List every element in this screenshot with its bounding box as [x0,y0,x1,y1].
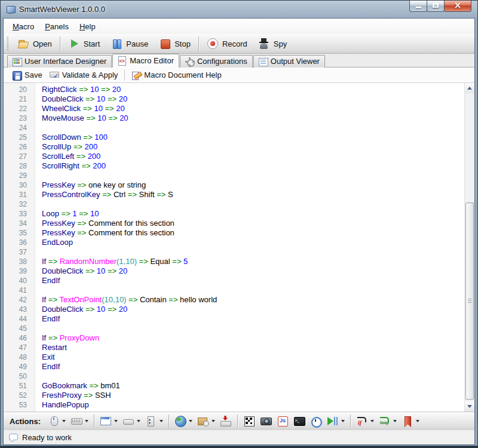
code-line[interactable]: 20RightClick => 10 => 20 [4,85,464,94]
code-line[interactable]: 37 [4,247,464,257]
code-line[interactable]: 39DoubleClick => 10 => 20 [4,266,464,276]
start-play-icon [68,38,80,50]
actions-toolbar: Actions: [4,412,474,430]
toolbar-button-open[interactable]: Open [12,35,57,52]
code-line[interactable]: 43DoubleClick => 10 => 20 [4,305,464,314]
menu-item-macro[interactable]: Macro [7,20,39,33]
tab-configurations[interactable]: Configurations [180,55,253,67]
action-export-device[interactable] [218,414,234,428]
line-number: 28 [4,161,35,171]
token-txt: Equal [150,257,170,266]
code-line[interactable]: 36EndLoop [4,238,464,247]
code-line[interactable]: 48Exit [4,352,464,362]
token-txt: bm01 [100,381,120,390]
toolbar-separator [124,70,125,81]
code-line[interactable]: 45 [4,324,464,333]
code-line[interactable]: 47Restart [4,343,464,352]
title-bar[interactable]: SmartWebViewer 1.0.0.0 [1,1,477,18]
code-line[interactable]: 28ScrollRight => 200 [4,161,464,171]
code-lines[interactable]: 20RightClick => 10 => 2021DoubleClick =>… [4,85,464,410]
action-bookmark[interactable] [400,414,421,428]
code-line[interactable]: 27ScrollLeft => 200 [4,152,464,161]
menu-item-panels[interactable]: Panels [39,20,74,33]
code-line[interactable]: 38If => RandomNumber(1,10) => Equal => 5 [4,257,464,266]
action-camera[interactable] [258,414,274,428]
action-play-pause[interactable] [325,414,347,428]
action-window[interactable] [98,414,120,428]
javascript-icon [277,415,289,427]
action-spinner[interactable] [143,414,165,428]
editor-toolbar-button-macro-document-help[interactable]: Macro Document Help [128,69,225,82]
action-alarm-clock[interactable] [308,414,324,428]
action-globe[interactable] [173,414,194,428]
code-line[interactable]: 49EndIf [4,362,464,372]
code-line[interactable]: 44EndIf [4,314,464,324]
token-num: 100 [94,133,108,142]
bookmark-icon [402,415,413,427]
maximize-button[interactable] [427,1,445,12]
code-line[interactable]: 46If => ProxyDown [4,333,464,343]
open-folder-icon [17,38,29,50]
toolbar-grip[interactable] [7,37,9,50]
action-if-condition[interactable] [354,414,376,428]
line-number: 21 [4,94,35,104]
terminal-icon [293,415,305,427]
menu-item-help[interactable]: Help [74,20,101,33]
line-content: If => TextOnPoint(10,10) => Contain => h… [35,295,217,305]
status-bar: Ready to work [4,430,474,444]
token-cmd: WheelClick [42,104,81,113]
token-paren: (1,10) [117,257,137,266]
code-line[interactable]: 41 [4,286,464,295]
action-qrcode[interactable] [241,414,257,428]
action-mouse[interactable] [46,414,68,428]
editor-toolbar-button-validate-apply[interactable]: Validate & Apply [46,69,122,82]
window-title: SmartWebViewer 1.0.0.0 [19,5,105,14]
code-line[interactable]: 25ScrollDown => 100 [4,133,464,142]
code-line[interactable]: 21DoubleClick => 10 => 20 [4,94,464,104]
code-line[interactable]: 50 [4,372,464,381]
toolbar-button-stop[interactable]: Stop [154,35,196,52]
scroll-down-button[interactable] [465,401,474,412]
token-op: => [167,295,180,304]
action-widget-button[interactable] [121,414,142,428]
tab-output-viewer[interactable]: Output Viewer [253,55,325,67]
code-line[interactable]: 31PressControlKey => Ctrl => Shift => S [4,190,464,200]
code-line[interactable]: 53HandlePopup [4,400,464,410]
action-keyboard[interactable] [69,414,90,428]
code-line[interactable]: 33Loop => 1 => 10 [4,209,464,219]
code-line[interactable]: 40EndIf [4,276,464,286]
toolbar-separator [168,415,169,428]
code-line[interactable]: 52FreshProxy => SSH [4,391,464,400]
code-line[interactable]: 23MoveMouse => 10 => 20 [4,113,464,123]
action-loop[interactable] [377,414,399,428]
code-line[interactable]: 32 [4,200,464,209]
token-op: => [77,85,90,94]
code-line[interactable]: 30PressKey => one key or string [4,180,464,190]
code-line[interactable]: 29 [4,171,464,180]
code-line[interactable]: 26ScrollUp => 200 [4,142,464,152]
minimize-button[interactable] [409,1,427,12]
toolbar-button-start[interactable]: Start [63,35,105,52]
scroll-up-button[interactable] [465,83,474,93]
code-line[interactable]: 34PressKey => Comment for this section [4,219,464,228]
tab-macro-editor[interactable]: Macro Editor [112,54,179,67]
action-terminal[interactable] [292,414,307,428]
toolbar-button-pause[interactable]: Pause [105,35,154,52]
action-package[interactable] [195,414,217,428]
editor-toolbar-button-save[interactable]: Save [8,69,46,82]
code-editor[interactable]: 20RightClick => 10 => 2021DoubleClick =>… [4,83,474,412]
code-line[interactable]: 42If => TextOnPoint(10,10) => Contain =>… [4,295,464,305]
toolbar-button-record[interactable]: Record [201,35,253,52]
tab-user-interface-designer[interactable]: User Interface Designer [7,55,112,67]
vertical-scrollbar[interactable] [464,83,474,412]
close-button[interactable] [444,1,471,12]
if-condition-icon [356,415,368,427]
code-line[interactable]: 51GoBookmark => bm01 [4,381,464,391]
code-line[interactable]: 35PressKey => Comment for this section [4,228,464,238]
toolbar-button-spy[interactable]: Spy [253,35,292,52]
action-javascript[interactable] [275,414,290,428]
code-line[interactable]: 22WheelClick => 10 => 20 [4,104,464,113]
scrollbar-thumb[interactable] [465,202,474,400]
line-number: 42 [4,295,35,305]
code-line[interactable]: 24 [4,123,464,133]
